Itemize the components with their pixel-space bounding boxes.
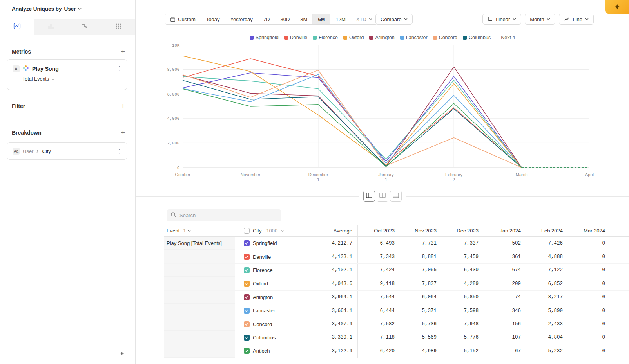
date-range-12m[interactable]: 12M [330,14,351,24]
chart-type-selector[interactable]: Line [559,14,594,25]
legend-item[interactable]: Oxford [343,35,364,40]
breakdown-card[interactable]: Aa User City ⋮ [7,142,127,160]
add-breakdown-button[interactable]: + [121,129,125,136]
average-value: 4,102.1 [312,267,352,273]
tab-line-chart[interactable] [0,19,34,35]
chevron-down-icon [188,230,191,232]
ai-assistant-button[interactable] [605,0,629,14]
row-checkbox[interactable] [244,348,250,354]
city-column-header[interactable]: City 1000 [235,228,312,234]
month-column-header[interactable]: Feb 2024 [521,228,563,234]
table-row[interactable]: Florence4,102.17,4247,0656,4306747,1220 [164,264,629,277]
month-column-header[interactable]: Mar 2024 [563,228,605,234]
month-value: 2,433 [521,321,563,327]
bar-chart-icon [47,23,54,31]
date-range-label: 12M [335,16,345,22]
sidebar-divider [0,121,135,121]
month-column-header[interactable]: Jan 2024 [479,228,521,234]
month-value: 7,948 [437,321,479,327]
row-checkbox[interactable] [244,308,250,314]
column-divider [352,331,358,344]
month-value: 5,776 [437,335,479,340]
month-value: 4,804 [521,335,563,340]
legend-item[interactable]: Springfield [250,35,279,40]
results-table: Event 1 City 1000 Average [164,225,629,364]
tab-funnel-chart[interactable] [68,19,102,35]
city-name: Lancaster [253,308,275,314]
date-range-7d[interactable]: 7D [258,14,276,24]
table-row[interactable]: Antioch3,122.96,4204,9895,152675,2320 [164,344,629,358]
average-value: 3,964.1 [312,294,352,300]
view-toggle-columns[interactable] [377,191,388,202]
line-chart-icon [13,22,21,31]
table-row[interactable]: Columbus3,339.17,1185,5695,7761074,8040 [164,331,629,344]
event-cell [164,304,235,317]
event-header-label: Event [167,228,179,234]
svg-text:April: April [585,172,594,177]
event-cell [164,277,235,290]
row-checkbox[interactable] [244,240,250,246]
month-value: 9,118 [358,281,395,287]
date-range-today[interactable]: Today [201,14,225,24]
table-row[interactable]: Arlington3,964.17,5446,0645,850748,2170 [164,291,629,304]
legend-item[interactable]: Columbus [463,35,491,40]
month-value: 5,232 [521,348,563,354]
row-checkbox[interactable] [244,267,250,273]
table-row[interactable]: Lancaster3,664.16,4445,3717,5983465,8900 [164,304,629,317]
month-column-header[interactable]: Nov 2023 [395,228,437,234]
date-range-xtd[interactable]: XTD [351,14,377,24]
date-range-30d[interactable]: 30D [275,14,295,24]
analyze-by-row: Analyze Uniques by User [12,6,82,12]
table-row[interactable]: Danville4,133.17,3438,8817,4593614,8880 [164,250,629,263]
search-input[interactable] [179,213,277,218]
sidebar-collapse-button[interactable] [118,350,125,358]
row-checkbox[interactable] [244,335,250,341]
legend-next-button[interactable]: Next 4 [501,35,515,40]
month-value: 361 [479,254,521,259]
select-all-checkbox[interactable] [244,228,250,234]
metric-measure-dropdown[interactable]: Total Events [22,76,54,82]
compare-button[interactable]: Compare [375,14,413,25]
table-row[interactable]: Oxford4,043.69,1187,8374,2892096,8520 [164,277,629,290]
svg-text:6,000: 6,000 [167,92,179,97]
event-column-header[interactable]: Event 1 [164,228,235,234]
month-column-header[interactable]: Oct 2023 [358,228,395,234]
analyze-by-dropdown[interactable]: User [64,6,82,12]
breakdown-kebab-menu[interactable]: ⋮ [116,148,122,155]
table-row[interactable]: Concord3,407.97,5825,7367,9481562,4330 [164,317,629,331]
scale-selector[interactable]: Linear [482,14,521,25]
average-value: 4,212.7 [312,241,352,246]
column-divider [352,304,358,317]
metric-card[interactable]: A Play Song ⋮ Total Events [7,59,127,90]
month-column-header[interactable]: Dec 2023 [437,228,479,234]
legend-swatch [313,36,317,40]
row-checkbox[interactable] [244,294,250,300]
row-checkbox[interactable] [244,321,250,327]
view-toggle-split[interactable] [363,191,375,202]
add-metric-button[interactable]: + [121,48,125,55]
date-range-custom[interactable]: Custom [165,14,201,24]
legend-item[interactable]: Florence [313,35,338,40]
row-checkbox[interactable] [244,281,250,287]
tab-more-charts[interactable] [102,19,135,35]
line-chart[interactable]: 02,0004,0006,0008,00010KOctoberNovemberD… [163,42,622,185]
date-range-label: 30D [280,16,290,22]
add-filter-button[interactable]: + [121,103,125,110]
date-range-6m[interactable]: 6M [313,14,330,24]
legend-item[interactable]: Lancaster [400,35,428,40]
row-checkbox[interactable] [244,254,250,260]
legend-item[interactable]: Danville [284,35,307,40]
tab-bar-chart[interactable] [34,19,68,35]
date-range-yesterday[interactable]: Yesterday [225,14,258,24]
view-toggle-bottom[interactable] [390,191,402,202]
column-divider [352,291,358,304]
table-row[interactable]: Play Song [Total Events]Springfield4,212… [164,237,629,250]
date-range-3m[interactable]: 3M [295,14,313,24]
interval-selector[interactable]: Month [525,14,555,25]
event-header-count: 1 [183,228,186,234]
legend-item[interactable]: Concord [433,35,457,40]
legend-item[interactable]: Arlington [369,35,394,40]
legend-label: Danville [290,35,307,40]
metric-kebab-menu[interactable]: ⋮ [116,65,122,72]
city-header-label: City [253,228,261,234]
